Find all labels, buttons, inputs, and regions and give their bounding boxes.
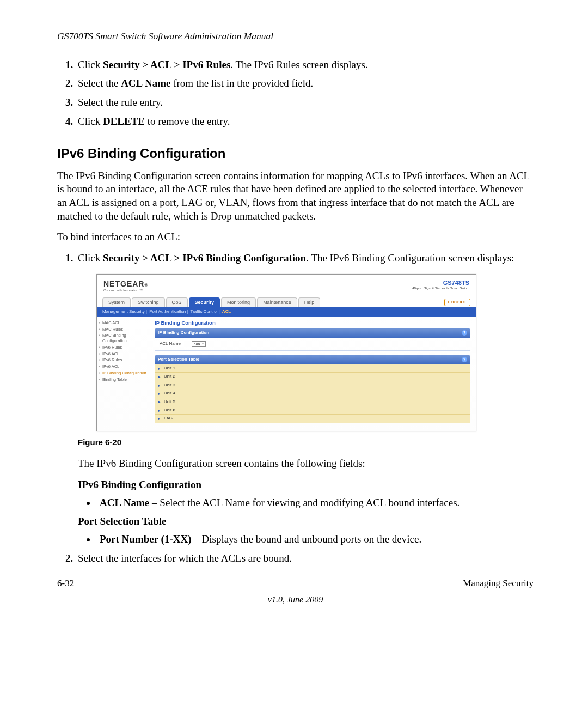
expand-icon: ▸ [158,383,161,388]
tab-help[interactable]: Help [298,297,321,308]
sub-nav: Management Security Port Authentication … [97,307,476,316]
bold-text: Security > ACL > IPv6 Binding Configurat… [103,252,306,264]
paragraph: To bind interfaces to an ACL: [57,230,534,244]
tab-maintenance[interactable]: Maintenance [257,297,297,308]
side-item[interactable]: MAC ACL [99,320,149,326]
step-b1: Click Security > ACL > IPv6 Binding Conf… [76,252,534,546]
acl-name-select[interactable]: aaa [192,341,206,347]
port-row[interactable]: ▸Unit 3 [155,381,470,389]
expand-icon: ▸ [158,416,161,421]
text: Port Selection Table [158,357,199,362]
tab-system[interactable]: System [102,297,131,308]
side-item[interactable]: MAC Rules [99,326,149,333]
step-a1: Click Security > ACL > IPv6 Rules. The I… [76,58,534,72]
expand-icon: ▸ [158,366,161,371]
paragraph: The IPv6 Binding Configuration screen co… [57,169,534,223]
sub-heading: Port Selection Table [78,515,534,528]
text: Select the [78,77,121,89]
main-panel: IP Binding Configuration IP Binding Conf… [151,317,476,431]
port-row[interactable]: ▸Unit 6 [155,406,470,414]
text: Click [78,115,103,127]
section-heading: IPv6 Binding Configuration [57,145,534,162]
expand-icon: ▸ [158,391,161,396]
text: Unit 2 [164,374,175,379]
text: from the list in the provided field. [170,77,313,89]
text: Unit 6 [164,407,175,413]
subnav-item[interactable]: Port Authentication [149,309,188,314]
side-item[interactable]: IPv6 ACL [99,351,149,357]
bold-text: ACL Name [100,497,149,508]
expand-icon: ▸ [158,408,161,413]
footer-section: Managing Security [463,577,534,589]
text: Unit 4 [164,391,175,396]
steps-list-a: Click Security > ACL > IPv6 Rules. The I… [57,58,534,129]
subnav-item-active[interactable]: ACL [222,309,231,314]
port-row[interactable]: ▸Unit 1 [155,364,470,372]
text: Unit 5 [164,399,175,405]
text: Select the rule entry. [78,96,163,108]
bold-text: ACL Name [121,77,170,89]
side-item[interactable]: Binding Table [99,376,149,383]
tab-qos[interactable]: QoS [166,297,188,308]
tab-switching[interactable]: Switching [132,297,165,308]
subnav-item[interactable]: Traffic Control [191,309,220,314]
text: NETGEAR [103,279,144,288]
side-item[interactable]: IPv6 ACL [99,363,149,370]
text: Unit 1 [164,366,175,371]
text: – Select the ACL Name for viewing and mo… [149,497,460,508]
figure-caption: Figure 6-20 [78,437,534,448]
text: Click [78,252,103,264]
text: Unit 3 [164,382,175,388]
port-row[interactable]: ▸Unit 2 [155,372,470,380]
version-line: v1.0, June 2009 [57,594,534,606]
text: . The IPv6 Rules screen displays. [230,59,367,70]
side-item[interactable]: IPv6 Rules [99,344,149,351]
tab-monitoring[interactable]: Monitoring [221,297,256,308]
bold-text: DELETE [103,115,145,127]
brand-tagline: Connect with Innovation ™ [103,289,148,293]
panel-body: ACL Name aaa [155,338,470,351]
bold-text: Port Number (1-XX) [100,533,192,545]
side-item[interactable]: IPv6 Rules [99,357,149,363]
bullet-list: ACL Name – Select the ACL Name for viewi… [78,496,534,510]
step-a4: Click DELETE to remove the entry. [76,115,534,129]
port-row[interactable]: ▸Unit 5 [155,398,470,406]
bold-text: Security > ACL > IPv6 Rules [103,59,230,70]
text: Click [78,59,103,70]
port-selection-table: ▸Unit 1 ▸Unit 2 ▸Unit 3 ▸Unit 4 ▸Unit 5 … [155,364,470,423]
ui-screenshot: NETGEAR® Connect with Innovation ™ GS748… [96,274,476,431]
port-row[interactable]: ▸Unit 4 [155,389,470,397]
help-icon[interactable]: ? [462,357,467,362]
brand-logo: NETGEAR® [103,279,148,289]
expand-icon: ▸ [158,399,161,404]
step-a2: Select the ACL Name from the list in the… [76,77,534,90]
figure-embedded-ui: NETGEAR® Connect with Innovation ™ GS748… [96,274,534,431]
text: to remove the entry. [145,115,230,127]
sub-heading: IPv6 Binding Configuration [78,478,534,492]
footer: 6-32 Managing Security [57,577,534,589]
top-tabs: System Switching QoS Security Monitoring… [97,294,476,308]
side-item-selected[interactable]: IP Binding Configuration [99,370,149,376]
port-row[interactable]: ▸LAG [155,414,470,422]
page-number: 6-32 [57,577,74,589]
side-nav: MAC ACL MAC Rules MAC Binding Configurat… [97,317,151,431]
bullet-item: ACL Name – Select the ACL Name for viewi… [96,496,534,510]
text: IP Binding Configuration [158,330,209,336]
bullet-list: Port Number (1-XX) – Displays the bound … [78,533,534,546]
side-item[interactable]: MAC Binding Configuration [99,332,149,344]
logout-button[interactable]: LOGOUT [444,299,470,306]
panel-header: IP Binding Configuration ? [155,328,470,337]
bullet-item: Port Number (1-XX) – Displays the bound … [96,533,534,546]
text: LAG [164,416,173,421]
help-icon[interactable]: ? [462,330,467,336]
tab-security[interactable]: Security [189,297,220,308]
panel-title: IP Binding Configuration [155,320,470,326]
acl-name-label: ACL Name [160,341,181,346]
header-rule [57,46,534,46]
text: . The IPv6 Binding Configuration screen … [306,252,514,264]
step-b2: Select the interfaces for which the ACLs… [76,552,534,565]
subnav-item[interactable]: Management Security [102,309,147,314]
footer-rule [57,575,534,575]
step-a3: Select the rule entry. [76,96,534,109]
model-desc: 48-port Gigabit Stackable Smart Switch [412,287,469,291]
